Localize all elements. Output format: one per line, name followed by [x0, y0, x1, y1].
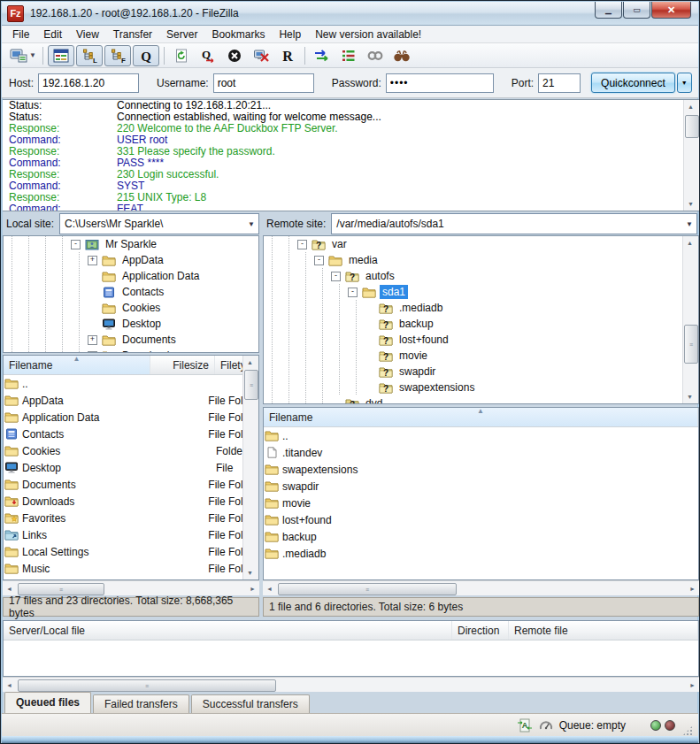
directory-comparison-button[interactable]: [310, 46, 335, 65]
toggle-local-treeview-button[interactable]: L: [76, 45, 103, 66]
file-row[interactable]: DocumentsFile Folder: [4, 476, 258, 493]
file-row[interactable]: AppDataFile Folder: [4, 392, 258, 409]
refresh-button[interactable]: [169, 46, 194, 65]
scroll-right-icon[interactable]: ►: [686, 582, 699, 595]
tree-item[interactable]: -media: [264, 252, 698, 268]
scroll-down-icon[interactable]: ▼: [684, 197, 697, 211]
title-bar[interactable]: Fz 192.168.1.20 - root@192.168.1.20 - Fi…: [2, 2, 698, 26]
remote-tree-scrollbar[interactable]: ▲ ≡ ▼: [682, 236, 698, 403]
disconnect-button[interactable]: [249, 46, 273, 65]
scrollbar-thumb[interactable]: ≡: [684, 325, 698, 364]
tree-item[interactable]: ?swapdir: [264, 364, 698, 380]
process-queue-button[interactable]: Q: [196, 46, 220, 65]
tree-item[interactable]: -Mr Sparkle: [4, 236, 258, 252]
file-row[interactable]: CookiesFolder: [4, 442, 258, 459]
tree-item[interactable]: -?var: [264, 236, 698, 252]
file-row[interactable]: .mediadb: [264, 545, 698, 562]
tree-item[interactable]: Application Data: [4, 268, 258, 284]
local-list-hscrollbar[interactable]: ◄ ≡ ►: [3, 580, 259, 595]
expand-icon[interactable]: +: [88, 256, 97, 265]
file-row[interactable]: DownloadsFile Folder: [4, 493, 258, 510]
file-row[interactable]: FavoritesFile Folder: [4, 510, 258, 526]
remote-list-hscrollbar[interactable]: ◄ ≡ ►: [263, 580, 699, 595]
scroll-right-icon[interactable]: ►: [686, 679, 699, 692]
find-files-button[interactable]: [389, 46, 414, 65]
tree-item[interactable]: ?dvd: [264, 395, 698, 404]
tree-item[interactable]: +Downloads: [4, 348, 258, 353]
menu-item-view[interactable]: View: [69, 27, 106, 42]
minimize-button[interactable]: ▁: [595, 2, 622, 19]
menu-item-file[interactable]: File: [5, 27, 36, 42]
menu-item-help[interactable]: Help: [272, 27, 308, 42]
file-row[interactable]: backup: [264, 528, 698, 545]
scroll-right-icon[interactable]: ►: [246, 582, 259, 595]
collapse-icon[interactable]: -: [297, 240, 307, 249]
site-manager-button[interactable]: ▼: [8, 46, 38, 65]
scroll-up-icon[interactable]: ▲: [243, 356, 257, 369]
scroll-up-icon[interactable]: ▲: [683, 236, 696, 249]
tab-queued-files[interactable]: Queued files: [4, 692, 91, 713]
tree-item[interactable]: Cookies: [4, 300, 258, 316]
chevron-down-icon[interactable]: ▼: [686, 220, 693, 228]
tree-item[interactable]: ?backup: [264, 316, 698, 332]
host-input[interactable]: [38, 73, 139, 93]
scroll-up-icon[interactable]: ▲: [684, 100, 697, 113]
tab-successful-transfers[interactable]: Successful transfers: [191, 694, 310, 713]
file-row[interactable]: ..: [264, 427, 698, 444]
collapse-icon[interactable]: -: [71, 240, 81, 249]
collapse-icon[interactable]: -: [314, 256, 324, 265]
expand-icon[interactable]: +: [88, 351, 97, 354]
file-row[interactable]: ContactsFile Folder: [4, 426, 258, 442]
maximize-button[interactable]: ▭: [623, 2, 650, 19]
scrollbar-thumb[interactable]: ≡: [244, 370, 258, 400]
file-row[interactable]: lost+found: [264, 511, 698, 528]
menu-item-bookmarks[interactable]: Bookmarks: [204, 27, 272, 42]
column-header-direction[interactable]: Direction: [452, 621, 509, 640]
scroll-left-icon[interactable]: ◄: [3, 679, 16, 692]
reconnect-button[interactable]: R: [275, 46, 300, 65]
file-row[interactable]: .titandev: [264, 444, 698, 461]
close-button[interactable]: ✕: [651, 2, 691, 19]
tab-failed-transfers[interactable]: Failed transfers: [93, 694, 189, 713]
tree-item[interactable]: +AppData: [4, 252, 258, 268]
file-row[interactable]: Local SettingsFile Folder: [4, 543, 258, 560]
toggle-remote-treeview-button[interactable]: F: [104, 45, 131, 66]
file-row[interactable]: MusicFile Folder: [4, 560, 258, 577]
tree-item[interactable]: ?swapextensions: [264, 380, 698, 395]
scrollbar-thumb[interactable]: ≡: [18, 583, 104, 595]
scroll-left-icon[interactable]: ◄: [263, 582, 276, 595]
scroll-down-icon[interactable]: ▼: [683, 390, 696, 403]
expand-icon[interactable]: +: [88, 335, 97, 345]
column-header-filename[interactable]: ▲Filename: [4, 356, 150, 374]
column-header-filename[interactable]: ▲Filename: [264, 408, 698, 426]
chevron-down-icon[interactable]: ▼: [248, 220, 255, 228]
tree-item[interactable]: ?movie: [264, 348, 698, 364]
queue-hscrollbar[interactable]: ◄ ≡ ►: [3, 677, 699, 692]
file-row[interactable]: LinksFile Folder: [4, 526, 258, 543]
scrollbar-thumb[interactable]: ≡: [278, 583, 457, 595]
tree-item[interactable]: ?lost+found: [264, 332, 698, 348]
file-row[interactable]: DesktopFile: [4, 459, 258, 476]
scrollbar-thumb[interactable]: [685, 115, 699, 138]
quickconnect-button[interactable]: Quickconnect: [591, 73, 675, 93]
local-list-scrollbar[interactable]: ▲ ≡ ▼: [242, 356, 258, 579]
port-input[interactable]: [538, 73, 581, 93]
file-row[interactable]: swapextensions: [264, 461, 698, 478]
file-row[interactable]: swapdir: [264, 478, 698, 495]
file-row[interactable]: ..: [4, 375, 258, 392]
dropdown-arrow-icon[interactable]: ▼: [29, 51, 36, 59]
column-header-server-local-file[interactable]: Server/Local file: [4, 621, 452, 640]
scroll-left-icon[interactable]: ◄: [3, 582, 16, 595]
menu-item-edit[interactable]: Edit: [36, 27, 69, 42]
local-site-combo[interactable]: C:\Users\Mr Sparkle\ ▼: [59, 213, 259, 234]
tree-item[interactable]: +Documents: [4, 332, 258, 348]
column-header-filesize[interactable]: Filesize: [150, 356, 215, 374]
column-header-remote-file[interactable]: Remote file: [509, 621, 698, 640]
directory-listing-filters-button[interactable]: [336, 46, 361, 65]
toggle-transfer-queue-button[interactable]: Q: [133, 45, 159, 66]
scroll-down-icon[interactable]: ▼: [243, 566, 257, 579]
tree-item[interactable]: Desktop: [4, 316, 258, 332]
toggle-message-log-button[interactable]: [48, 45, 74, 66]
message-log-scrollbar[interactable]: ▲ ▼: [683, 100, 699, 211]
quickconnect-dropdown-button[interactable]: ▼: [677, 73, 692, 93]
